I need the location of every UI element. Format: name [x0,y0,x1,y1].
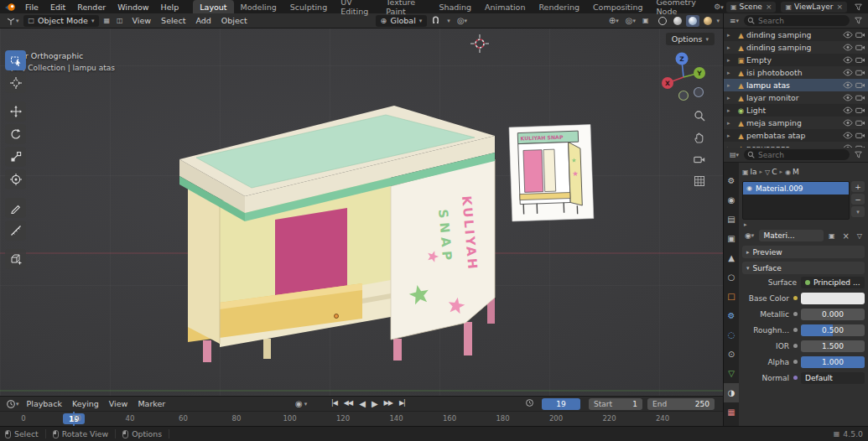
properties-search-input[interactable] [744,149,850,160]
options-button[interactable]: Options ▾ [666,33,715,45]
unlink-material-icon[interactable]: × [839,231,851,241]
menu-help[interactable]: Help [155,3,185,12]
outliner-search[interactable] [744,15,850,26]
render-tab-icon[interactable]: ◉ [724,190,739,210]
render-toggle[interactable] [854,69,866,76]
surface-shader-dropdown[interactable]: Principled ... [801,277,865,288]
viewlayer-unlink-icon[interactable]: × [836,3,843,11]
timeline-editor-icon[interactable]: ▾ [3,399,22,409]
viewport-menu-object[interactable]: Object [216,16,252,25]
visibility-toggle[interactable] [841,106,854,114]
snap-magnet-icon[interactable] [429,16,443,25]
menu-window[interactable]: Window [112,3,154,12]
rotate-tool[interactable] [5,124,26,144]
pan-hand-icon[interactable] [692,130,707,145]
outliner-row[interactable]: ▸ ◉ Light [724,104,868,117]
render-toggle[interactable] [854,106,866,114]
add-slot-button[interactable]: + [851,181,865,192]
booth-leg[interactable] [393,339,402,361]
shading-rendered-icon[interactable] [701,15,715,27]
gizmo-toggle-icon[interactable]: ⊕▾ [606,16,621,25]
expand-arrow-icon[interactable]: ▸ [727,32,735,39]
object-tab-icon[interactable]: □ [724,287,739,306]
booth-model[interactable]: KULIYAH SNAP [179,106,495,362]
outliner-row[interactable]: ▸ ▲ meja samping [724,117,868,129]
scale-tool[interactable] [5,147,26,167]
visibility-toggle[interactable] [841,94,854,101]
overlays-toggle-icon[interactable]: ◎▾ [623,16,638,25]
render-toggle[interactable] [854,56,866,64]
booth-left-pillar[interactable] [188,188,220,344]
xray-toggle-icon[interactable]: ▣ [640,17,652,24]
move-tool[interactable] [5,101,26,122]
blender-logo-icon[interactable] [4,3,16,12]
jump-to-start-button[interactable]: |◀ [329,397,340,410]
measure-tool[interactable] [5,220,26,241]
scene-tab-icon[interactable]: ▲ [724,248,739,267]
mode-transfer-icon[interactable]: ▦ [101,17,112,24]
render-toggle[interactable] [854,94,866,101]
visibility-toggle[interactable] [841,31,854,39]
workspace-tab-compositing[interactable]: Compositing [586,0,650,13]
outliner-row[interactable]: ▸ ▲ dinding samping [724,29,868,41]
viewlayer-tab-icon[interactable]: ▣ [724,229,739,248]
outliner-row[interactable]: ▸ ▣ Empty [724,54,868,66]
render-toggle[interactable] [854,31,866,39]
material-filter-icon[interactable]: ▽ [855,232,865,240]
workspace-tab-shading[interactable]: Shading [432,0,478,13]
render-toggle[interactable] [854,119,866,127]
outliner-editor-icon[interactable]: ≡▾ [727,17,741,25]
material-name-field[interactable]: Materi... [759,230,824,241]
jump-to-end-button[interactable]: ▶| [397,397,408,410]
tool-tab-icon[interactable]: ⚙ [724,171,739,190]
prev-keyframe-button[interactable]: ◀◀ [341,397,355,410]
outliner-row[interactable]: ▸ ▲ isi photobooth [724,66,868,79]
visibility-toggle[interactable] [841,44,854,51]
expand-arrow-icon[interactable]: ▸ [727,120,735,127]
gizmo-negative-axis[interactable] [694,88,704,97]
alpha-slider[interactable]: 1.000 [801,356,865,368]
workspace-tab-sculpting[interactable]: Sculpting [283,0,334,13]
workspace-tab-layout[interactable]: Layout [193,0,233,13]
add-cube-tool[interactable] [5,249,26,269]
mode-lock-icon[interactable]: ◫ [114,17,126,24]
preview-section-header[interactable]: ▸ Preview [742,246,865,258]
physics-tab-icon[interactable]: ◌ [724,325,739,345]
workspace-tab-texture-paint[interactable]: Texture Paint [379,0,432,13]
timeline-menu-playback[interactable]: Playback [22,399,67,408]
timeline-menu-keying[interactable]: Keying [67,399,104,408]
play-button[interactable]: ▶ [369,397,380,410]
proportional-edit-icon[interactable]: ◎▾ [455,16,470,25]
modifier-tab-icon[interactable]: ⚙ [724,306,739,325]
menu-edit[interactable]: Edit [44,3,71,12]
shading-settings-caret[interactable]: ▾ [716,18,720,24]
render-toggle[interactable] [854,132,866,139]
booth-leg[interactable] [464,322,472,355]
visibility-toggle[interactable] [841,81,854,89]
render-toggle[interactable] [854,44,866,51]
orthographic-grid-icon[interactable] [692,174,707,189]
frame-end-field[interactable]: End 250 [647,398,715,410]
normal-dropdown[interactable]: Default [801,372,865,384]
visibility-toggle[interactable] [841,132,854,139]
viewlayer-selector[interactable]: ▣ ViewLayer × [781,2,847,13]
frame-start-field[interactable]: Start 1 [589,398,642,410]
current-frame-field[interactable]: 19 [542,398,580,410]
expand-arrow-icon[interactable]: ▸ [727,95,735,101]
zoom-icon[interactable] [692,108,707,123]
mode-dropdown[interactable]: □ Object Mode ▾ [23,15,100,27]
expand-arrow-icon[interactable]: ▸ [727,132,735,139]
properties-search[interactable] [744,149,850,160]
viewport-3d[interactable]: KULIYAH SNAP KULIYAH SNAP [0,29,723,396]
select-box-tool[interactable] [5,50,26,70]
visibility-toggle[interactable] [841,119,854,127]
slot-expand-arrow[interactable]: ▸ [742,220,865,229]
shading-solid-icon[interactable] [671,15,684,27]
shading-wireframe-icon[interactable] [656,15,669,27]
viewport-menu-select[interactable]: Select [156,16,190,25]
breadcrumb-data[interactable]: ▽ C [765,168,777,176]
properties-editor-icon[interactable]: ▤▾ [727,151,741,158]
outliner-filter-icon[interactable] [852,17,865,24]
outliner-row[interactable]: ▸ ▲ lampu atas [724,79,868,91]
menu-render[interactable]: Render [71,3,112,12]
